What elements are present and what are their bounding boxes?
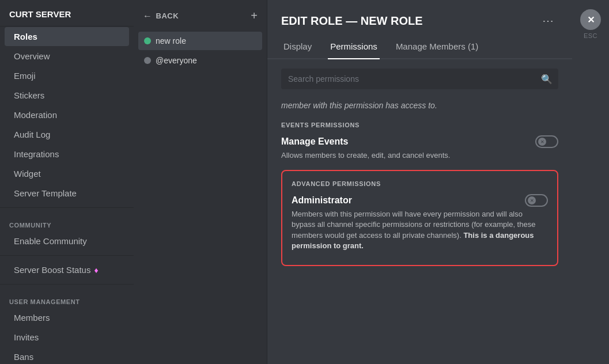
user-management-section-label: USER MANAGEMENT bbox=[0, 289, 134, 308]
sidebar-label-widget: Widget bbox=[14, 169, 41, 179]
sidebar-label-server-template: Server Template bbox=[14, 188, 77, 198]
advanced-section-header: ADVANCED PERMISSIONS bbox=[292, 180, 548, 187]
sidebar-label-overview: Overview bbox=[14, 51, 50, 61]
administrator-toggle[interactable] bbox=[525, 194, 548, 207]
sidebar-item-emoji[interactable]: Emoji bbox=[5, 66, 129, 85]
sidebar-label-members: Members bbox=[14, 313, 50, 323]
sidebar-label-invites: Invites bbox=[14, 332, 39, 342]
add-role-button[interactable]: + bbox=[251, 9, 258, 22]
permissions-content: 🔍 member with this permission has access… bbox=[267, 59, 572, 364]
sidebar-item-audit-log[interactable]: Audit Log bbox=[5, 125, 129, 144]
sidebar-label-stickers: Stickers bbox=[14, 90, 44, 100]
tab-permissions-label: Permissions bbox=[330, 41, 377, 51]
administrator-desc: Members with this permission will have e… bbox=[292, 209, 548, 251]
sidebar-divider-community bbox=[0, 207, 134, 208]
sidebar-item-overview[interactable]: Overview bbox=[5, 47, 129, 66]
manage-events-toggle[interactable] bbox=[535, 135, 558, 148]
sidebar-item-server-boost[interactable]: Server Boost Status ♦ bbox=[5, 260, 129, 279]
role-dot-new-role bbox=[144, 37, 151, 44]
close-icon: ✕ bbox=[587, 14, 595, 25]
tab-display[interactable]: Display bbox=[281, 35, 314, 59]
permission-partial-desc: member with this permission has access t… bbox=[281, 101, 558, 110]
toggle-knob-manage-events bbox=[538, 138, 546, 146]
main-content: EDIT ROLE — NEW ROLE ⋯ Display Permissio… bbox=[267, 0, 572, 364]
sidebar-label-enable-community: Enable Community bbox=[14, 236, 87, 246]
tab-manage-members[interactable]: Manage Members (1) bbox=[394, 35, 481, 59]
sidebar-divider-boost bbox=[0, 255, 134, 256]
page-title: EDIT ROLE — NEW ROLE bbox=[281, 14, 423, 28]
search-icon[interactable]: 🔍 bbox=[541, 74, 553, 85]
sidebar-item-enable-community[interactable]: Enable Community bbox=[5, 232, 129, 251]
esc-container: ✕ ESC bbox=[572, 0, 609, 364]
sidebar-item-members[interactable]: Members bbox=[5, 308, 129, 327]
sidebar-label-server-boost: Server Boost Status bbox=[14, 265, 90, 275]
sidebar-divider-user-mgmt bbox=[0, 284, 134, 285]
sidebar-item-stickers[interactable]: Stickers bbox=[5, 86, 129, 105]
server-name: CURT SERVER bbox=[0, 0, 134, 26]
sidebar-item-widget[interactable]: Widget bbox=[5, 164, 129, 183]
sidebar-label-roles: Roles bbox=[14, 32, 37, 41]
search-bar: 🔍 bbox=[281, 69, 558, 89]
main-header: EDIT ROLE — NEW ROLE ⋯ bbox=[267, 0, 572, 30]
tab-display-label: Display bbox=[283, 41, 312, 51]
back-label: BACK bbox=[156, 12, 179, 20]
manage-events-desc: Allows members to create, edit, and canc… bbox=[281, 150, 558, 161]
manage-events-row: Manage Events Allows members to create, … bbox=[281, 135, 558, 161]
tab-permissions[interactable]: Permissions bbox=[328, 35, 380, 59]
esc-label: ESC bbox=[584, 32, 597, 39]
advanced-permissions-box: ADVANCED PERMISSIONS Administrator Membe… bbox=[281, 170, 558, 266]
tab-manage-members-label: Manage Members (1) bbox=[396, 41, 478, 51]
back-button[interactable]: ← BACK bbox=[143, 11, 179, 21]
sidebar-item-server-template[interactable]: Server Template bbox=[5, 184, 129, 203]
sidebar-label-audit-log: Audit Log bbox=[14, 130, 50, 139]
esc-button[interactable]: ✕ bbox=[580, 9, 601, 30]
administrator-row: Administrator Members with this permissi… bbox=[292, 194, 548, 251]
search-input[interactable] bbox=[281, 69, 558, 89]
manage-events-name: Manage Events bbox=[281, 136, 348, 147]
administrator-name: Administrator bbox=[292, 195, 352, 206]
toggle-knob-administrator bbox=[528, 196, 536, 204]
tabs-bar: Display Permissions Manage Members (1) bbox=[267, 35, 572, 59]
role-name-new-role: new role bbox=[156, 36, 186, 46]
sidebar-label-bans: Bans bbox=[14, 352, 33, 362]
sidebar-label-emoji: Emoji bbox=[14, 71, 36, 81]
roles-panel: ← BACK + new role @everyone bbox=[134, 0, 267, 364]
events-section-header: EVENTS PERMISSIONS bbox=[281, 122, 558, 128]
sidebar: CURT SERVER Roles Overview Emoji Sticker… bbox=[0, 0, 134, 364]
events-permissions-section: EVENTS PERMISSIONS Manage Events Allows … bbox=[281, 122, 558, 161]
administrator-row-header: Administrator bbox=[292, 194, 548, 207]
community-section-label: COMMUNITY bbox=[0, 213, 134, 231]
sidebar-item-moderation[interactable]: Moderation bbox=[5, 105, 129, 124]
sidebar-label-moderation: Moderation bbox=[14, 110, 57, 120]
sidebar-item-invites[interactable]: Invites bbox=[5, 328, 129, 347]
more-options-button[interactable]: ⋯ bbox=[538, 12, 558, 30]
role-item-new-role[interactable]: new role bbox=[138, 32, 262, 50]
sidebar-label-integrations: Integrations bbox=[14, 149, 59, 159]
middle-header: ← BACK + bbox=[138, 9, 262, 22]
sidebar-item-roles[interactable]: Roles bbox=[5, 27, 129, 46]
role-item-everyone[interactable]: @everyone bbox=[138, 51, 262, 70]
back-arrow-icon: ← bbox=[143, 11, 153, 21]
role-name-everyone: @everyone bbox=[156, 56, 197, 65]
role-dot-everyone bbox=[144, 57, 151, 64]
manage-events-row-header: Manage Events bbox=[281, 135, 558, 148]
sidebar-item-bans[interactable]: Bans bbox=[5, 347, 129, 364]
boost-icon: ♦ bbox=[94, 266, 98, 275]
sidebar-item-integrations[interactable]: Integrations bbox=[5, 145, 129, 164]
